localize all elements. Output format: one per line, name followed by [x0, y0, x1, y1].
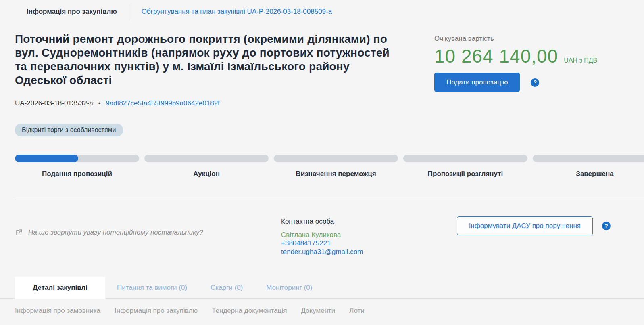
tab-questions[interactable]: Питання та вимоги (0) [117, 284, 187, 292]
tender-hash-link[interactable]: 9adf827ce5fa455f999b9a0642e0182f [106, 99, 220, 107]
stage-progress-track [15, 155, 644, 162]
supplier-note-link[interactable]: На що звернути увагу потенційному постач… [15, 229, 281, 237]
id-separator: • [98, 99, 100, 107]
stage-bar [403, 155, 527, 162]
detail-tab-bar: Деталі закупівлі Питання та вимоги (0) С… [15, 277, 644, 299]
expected-value-amount: 10 264 140,00 [434, 45, 558, 67]
subnav-tender-docs[interactable]: Тендерна документація [212, 307, 287, 315]
tender-id-row: UA-2026-03-18-013532-a • 9adf827ce5fa455… [15, 99, 644, 107]
stage-labels: Подання пропозицій Аукціон Визначення пе… [15, 170, 644, 178]
help-icon[interactable]: ? [602, 222, 611, 230]
stage-bar [274, 155, 398, 162]
subnav-documents[interactable]: Документи [301, 307, 335, 315]
submit-proposal-button[interactable]: Подати пропозицію [434, 73, 520, 92]
contact-label: Контактна особа [281, 217, 457, 226]
contact-email: tender.ugha31@gmail.com [281, 247, 457, 256]
external-link-icon [15, 229, 23, 237]
expected-value-line: 10 264 140,00 UAH з ПДВ [434, 45, 632, 67]
stage-label-submission: Подання пропозицій [15, 170, 139, 178]
stage-label-completed: Завершена [533, 170, 644, 178]
supplier-note-text: На що звернути увагу потенційному постач… [28, 229, 203, 237]
contact-phone: +380484175221 [281, 239, 457, 247]
expected-value-currency: UAH з ПДВ [564, 57, 597, 64]
stage-bar-fill [15, 155, 78, 162]
contact-email-link[interactable]: tender.ugha31@gmail.com [281, 248, 363, 256]
stage-bar [144, 155, 269, 162]
report-row: Інформувати ДАСУ про порушення ? [457, 216, 611, 235]
plan-link[interactable]: Обгрунтування та план закупівлі UA-P-202… [142, 8, 332, 16]
tab-monitoring[interactable]: Моніторинг (0) [266, 284, 312, 292]
tab-divider [129, 4, 129, 20]
top-tab-bar: Інформація про закупівлю Обгрунтування т… [15, 0, 644, 23]
subnav-purchase-info[interactable]: Інформація про закупівлю [115, 307, 198, 315]
stage-bar [15, 155, 139, 162]
subnav-lots[interactable]: Лоти [349, 307, 365, 315]
subnav-buyer-info[interactable]: Інформація про замовника [15, 307, 100, 315]
tab-purchase-details[interactable]: Деталі закупівлі [15, 277, 105, 299]
contact-phone-link[interactable]: +380484175221 [281, 239, 331, 247]
header-row: Поточний ремонт дорожнього покриття (окр… [15, 32, 644, 92]
stage-label-winner: Визначення переможця [274, 170, 398, 178]
detail-subnav: Інформація про замовника Інформація про … [15, 307, 644, 315]
help-icon[interactable]: ? [531, 78, 539, 87]
info-row: На що звернути увагу потенційному постач… [15, 200, 644, 256]
contact-block: Контактна особа Світлана Куликова +38048… [281, 217, 457, 256]
submit-row: Подати пропозицію ? [434, 73, 632, 92]
tab-complaints[interactable]: Скарги (0) [210, 284, 243, 292]
stage-bar [533, 155, 644, 162]
tender-title: Поточний ремонт дорожнього покриття (окр… [15, 32, 398, 92]
expected-value-label: Очікувана вартість [434, 35, 632, 43]
stage-label-reviewed: Пропозиції розглянуті [403, 170, 527, 178]
report-violation-button[interactable]: Інформувати ДАСУ про порушення [457, 216, 593, 235]
procurement-page: Інформація про закупівлю Обгрунтування т… [0, 0, 644, 315]
tab-procurement-info[interactable]: Інформація про закупівлю [15, 8, 129, 16]
stage-label-auction: Аукціон [144, 170, 269, 178]
expected-value-block: Очікувана вартість 10 264 140,00 UAH з П… [434, 32, 632, 92]
contact-name: Світлана Куликова [281, 231, 457, 239]
procedure-type-badge: Відкриті торги з особливостями [15, 124, 123, 136]
tender-id: UA-2026-03-18-013532-a [15, 99, 93, 107]
